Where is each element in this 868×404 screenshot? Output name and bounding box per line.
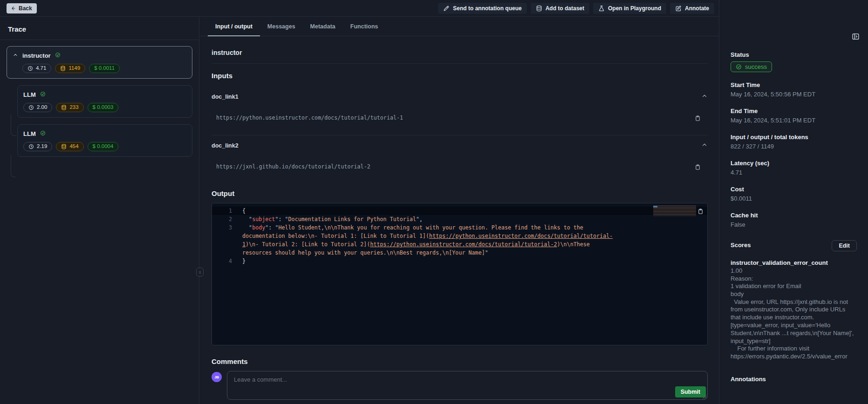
score-name: instructor_validation_error_count xyxy=(731,259,857,267)
cost-value: $ 0.0011 xyxy=(94,66,115,71)
grip-dots-icon xyxy=(198,269,202,275)
divider xyxy=(212,63,708,64)
main-panel: Input / outputMessagesMetadataFunctions … xyxy=(200,17,719,404)
clipboard-icon xyxy=(694,163,701,170)
detail-value: May 16, 2024, 5:51:01 PM EDT xyxy=(731,116,857,124)
detail-label: Latency (sec) xyxy=(731,160,857,167)
detail-label: Status xyxy=(731,51,857,58)
trace-panel-title: Trace xyxy=(0,17,199,40)
code-line-2: 2 "subject": "Documentation Links for Py… xyxy=(212,215,707,223)
add-to-dataset-button-label: Add to dataset xyxy=(546,5,584,12)
code-line-1: 1{ xyxy=(212,207,707,215)
cost-badge: $ 0.0011 xyxy=(89,64,120,73)
cost-value: $ 0.0003 xyxy=(93,105,114,110)
input-field-doc_link2-value-row: https://jxnl.github.io/docs/tutorial/tut… xyxy=(212,163,708,172)
detail-label: Input / output / total tokens xyxy=(731,134,857,141)
tree-connector xyxy=(11,155,16,177)
tokens-value: 454 xyxy=(69,144,78,149)
code-rows: 1{2 "subject": "Documentation Links for … xyxy=(212,207,707,265)
trace-node-badges: 2.00233$ 0.0003 xyxy=(23,103,186,112)
clock-icon xyxy=(27,66,33,71)
user-avatar: JB xyxy=(212,372,222,382)
back-button[interactable]: Back xyxy=(7,3,37,13)
status-badge: success xyxy=(731,61,772,72)
copy-value-button[interactable] xyxy=(694,163,701,172)
scores-row: Scores Edit xyxy=(731,240,857,251)
tab-metadata[interactable]: Metadata xyxy=(303,17,343,36)
copy-value-button[interactable] xyxy=(694,114,701,123)
status-value: success xyxy=(745,63,767,70)
tab-input-output[interactable]: Input / output xyxy=(208,17,260,36)
clock-icon xyxy=(28,144,34,149)
comment-input[interactable] xyxy=(227,371,707,399)
tree-connector xyxy=(11,114,16,136)
annotate-icon xyxy=(675,5,682,12)
code-text: "body": "Hello Student,\n\nThank you for… xyxy=(242,223,622,257)
check-circle-icon xyxy=(55,52,61,58)
arrow-left-icon xyxy=(10,6,16,11)
annotate-button[interactable]: Annotate xyxy=(670,3,714,14)
detail-field-tokens: Input / output / total tokens822 / 327 /… xyxy=(731,134,857,150)
detail-value: $0.0011 xyxy=(731,195,857,202)
detail-value: 4.71 xyxy=(731,168,857,176)
annotations-title: Annotations xyxy=(731,376,857,383)
textarea-resize-grip[interactable] xyxy=(703,395,707,399)
copy-output-button[interactable] xyxy=(697,208,704,216)
tab-bar: Input / outputMessagesMetadataFunctions xyxy=(200,17,719,36)
input-fields: doc_link1https://python.useinstructor.co… xyxy=(212,93,708,172)
cost-badge: $ 0.0004 xyxy=(88,142,119,151)
topbar-actions: Send to annotation queueAdd to datasetOp… xyxy=(438,3,714,14)
panel-splitter-handle[interactable] xyxy=(196,268,204,276)
trace-node-llm-1[interactable]: LLM2.00233$ 0.0003 xyxy=(17,85,192,118)
trace-node-head: LLM xyxy=(23,129,186,138)
database-icon xyxy=(60,66,66,71)
chevron-up-icon xyxy=(13,52,18,58)
tab-messages[interactable]: Messages xyxy=(260,17,303,36)
trace-node-head: LLM xyxy=(23,90,186,99)
open-in-playground-button[interactable]: Open in Playground xyxy=(593,3,666,14)
tab-functions[interactable]: Functions xyxy=(343,17,386,36)
send-to-annotation-queue-button[interactable]: Send to annotation queue xyxy=(438,3,526,14)
chevron-up-icon xyxy=(701,141,708,148)
latency-badge: 2.19 xyxy=(23,142,52,151)
score-reason-text: 1 validation error for Email body Value … xyxy=(731,283,857,361)
open-in-playground-button-label: Open in Playground xyxy=(608,5,661,12)
pen-tag-icon xyxy=(443,5,450,12)
collapse-field-toggle[interactable] xyxy=(701,93,708,101)
code-text: } xyxy=(242,257,622,265)
check-circle-icon xyxy=(40,130,46,136)
detail-label: Start Time xyxy=(731,81,857,88)
score-value: 1.00 xyxy=(731,267,857,275)
line-number: 1 xyxy=(212,207,242,215)
annotate-button-label: Annotate xyxy=(685,5,709,12)
detail-label: Cache hit xyxy=(731,212,857,219)
success-check-icon xyxy=(40,90,46,99)
submit-comment-button[interactable]: Submit xyxy=(675,386,706,397)
trace-sidebar: Trace instructor4.711149$ 0.0011LLM2.002… xyxy=(0,17,199,404)
collapse-panel-icon xyxy=(852,33,860,40)
trace-node-llm-2[interactable]: LLM2.19454$ 0.0004 xyxy=(17,124,192,157)
collapse-panel-button[interactable] xyxy=(852,33,860,42)
code-text: "subject": "Documentation Links for Pyth… xyxy=(242,215,622,223)
cost-value: $ 0.0004 xyxy=(93,144,114,149)
detail-value: 822 / 327 / 1149 xyxy=(731,142,857,150)
details-sidebar: StatussuccessStart TimeMay 16, 2024, 5:5… xyxy=(719,0,868,404)
flask-icon xyxy=(598,5,605,12)
field-divider xyxy=(212,135,708,135)
comment-box: Submit xyxy=(227,371,708,400)
add-to-dataset-button[interactable]: Add to dataset xyxy=(531,3,589,14)
trace-node-badges: 2.19454$ 0.0004 xyxy=(23,142,186,151)
detail-value: May 16, 2024, 5:50:56 PM EDT xyxy=(731,90,857,98)
collapse-field-toggle[interactable] xyxy=(701,141,708,150)
run-name: instructor xyxy=(212,49,708,56)
detail-value: False xyxy=(731,221,857,229)
trace-node-instructor-0[interactable]: instructor4.711149$ 0.0011 xyxy=(7,46,192,79)
comment-row: JB Submit xyxy=(212,371,708,400)
success-check-icon xyxy=(40,129,46,138)
clock-icon xyxy=(28,105,34,110)
input-field-label: doc_link2 xyxy=(212,142,239,149)
input-field-doc_link1-value-row: https://python.useinstructor.com/docs/tu… xyxy=(212,114,708,123)
edit-scores-button[interactable]: Edit xyxy=(832,240,857,251)
code-text: { xyxy=(242,207,622,215)
collapse-node-toggle[interactable] xyxy=(13,51,18,60)
